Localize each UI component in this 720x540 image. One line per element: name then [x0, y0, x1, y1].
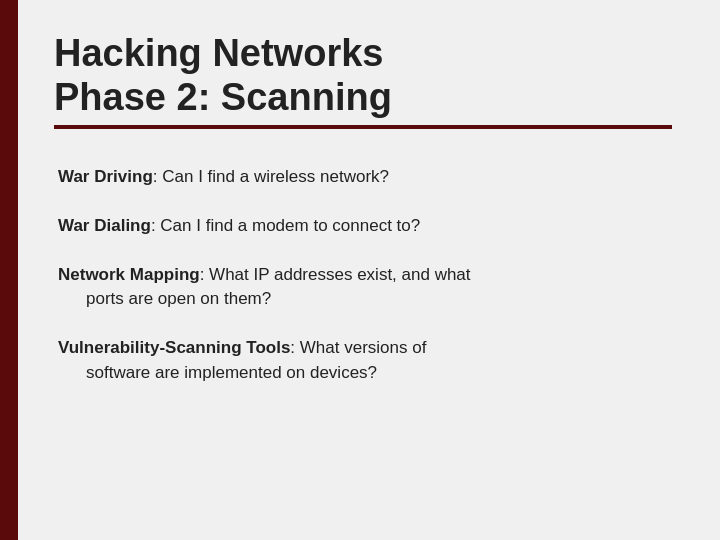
sep-1: : Can I find a wireless network? — [153, 167, 389, 186]
sep-2: : Can I find a modem to connect to? — [151, 216, 420, 235]
sep-3: : What IP addresses exist, and what — [200, 265, 471, 284]
list-item: Network Mapping: What IP addresses exist… — [58, 263, 672, 312]
title-line1: Hacking Networks — [54, 32, 383, 74]
term-vuln-scanning: Vulnerability-Scanning Tools — [58, 338, 290, 357]
term-network-mapping: Network Mapping — [58, 265, 200, 284]
slide-content: Hacking Networks Phase 2: Scanning War D… — [18, 0, 720, 540]
content-list: War Driving: Can I find a wireless netwo… — [54, 165, 672, 385]
accent-bar — [0, 0, 18, 540]
vuln-scanning-line2: software are implemented on devices? — [58, 361, 672, 386]
list-item: Vulnerability-Scanning Tools: What versi… — [58, 336, 672, 385]
title-section: Hacking Networks Phase 2: Scanning — [54, 32, 672, 157]
list-item: War Driving: Can I find a wireless netwo… — [58, 165, 672, 190]
title-line2: Phase 2: Scanning — [54, 76, 392, 118]
slide-title: Hacking Networks Phase 2: Scanning — [54, 32, 672, 119]
network-mapping-line2: ports are open on them? — [58, 287, 672, 312]
sep-4: : What versions of — [290, 338, 426, 357]
term-war-dialing: War Dialing — [58, 216, 151, 235]
list-item: War Dialing: Can I find a modem to conne… — [58, 214, 672, 239]
term-war-driving: War Driving — [58, 167, 153, 186]
title-underline — [54, 125, 672, 129]
